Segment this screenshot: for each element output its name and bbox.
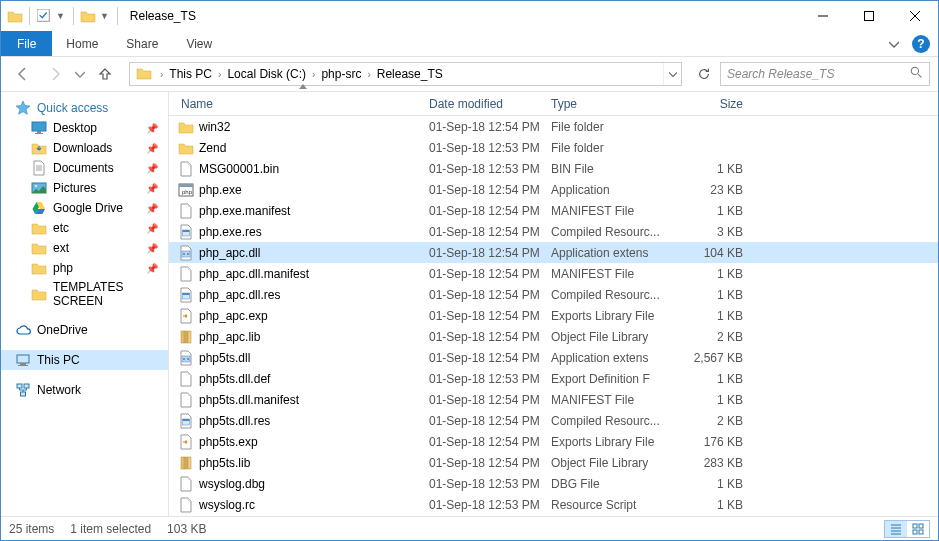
breadcrumb-item[interactable]: php-src <box>317 67 365 81</box>
file-type: Resource Script <box>551 498 673 512</box>
file-date: 01-Sep-18 12:54 PM <box>429 393 551 407</box>
pictures-icon <box>31 180 47 196</box>
close-button[interactable] <box>892 1 938 31</box>
breadcrumb-dropdown-icon[interactable] <box>663 63 681 85</box>
file-row[interactable]: win3201-Sep-18 12:54 PMFile folder <box>169 116 938 137</box>
qat-folder-dropdown-icon[interactable]: ▼ <box>98 11 111 21</box>
qat-dropdown-icon[interactable]: ▼ <box>54 11 67 21</box>
breadcrumb[interactable]: › This PC › Local Disk (C:) › php-src › … <box>129 62 682 86</box>
file-row[interactable]: php_apc.dll01-Sep-18 12:54 PMApplication… <box>169 242 938 263</box>
sidebar-item-google-drive[interactable]: Google Drive📌 <box>1 198 168 218</box>
file-name: win32 <box>199 120 429 134</box>
chevron-right-icon[interactable]: › <box>365 69 372 80</box>
file-row[interactable]: php_apc.lib01-Sep-18 12:54 PMObject File… <box>169 326 938 347</box>
file-size: 1 KB <box>673 162 743 176</box>
svg-rect-23 <box>865 12 874 21</box>
file-row[interactable]: php5ts.dll.res01-Sep-18 12:54 PMCompiled… <box>169 410 938 431</box>
res-icon <box>177 412 195 430</box>
sidebar-item-label: TEMPLATES SCREEN <box>53 280 162 308</box>
column-header-size[interactable]: Size <box>673 97 743 111</box>
file-name: Zend <box>199 141 429 155</box>
file-tab[interactable]: File <box>1 31 52 56</box>
maximize-button[interactable] <box>846 1 892 31</box>
file-date: 01-Sep-18 12:54 PM <box>429 225 551 239</box>
file-size: 1 KB <box>673 477 743 491</box>
column-header-type[interactable]: Type <box>551 97 673 111</box>
file-type: Compiled Resourc... <box>551 414 673 428</box>
file-date: 01-Sep-18 12:53 PM <box>429 372 551 386</box>
large-icons-view-button[interactable] <box>907 521 929 537</box>
sidebar-item-label: Desktop <box>53 121 97 135</box>
file-type: Exports Library File <box>551 309 673 323</box>
file-type: Compiled Resourc... <box>551 225 673 239</box>
ribbon-expand-icon[interactable] <box>880 31 908 56</box>
chevron-right-icon[interactable]: › <box>216 69 223 80</box>
minimize-button[interactable] <box>800 1 846 31</box>
sidebar-item-templates-screen[interactable]: TEMPLATES SCREEN <box>1 278 168 310</box>
view-toggle <box>884 520 930 538</box>
sidebar-item-pictures[interactable]: Pictures📌 <box>1 178 168 198</box>
sidebar-item-ext[interactable]: ext📌 <box>1 238 168 258</box>
tab-share[interactable]: Share <box>112 31 172 56</box>
file-row[interactable]: php5ts.dll.manifest01-Sep-18 12:54 PMMAN… <box>169 389 938 410</box>
file-date: 01-Sep-18 12:53 PM <box>429 477 551 491</box>
breadcrumb-item[interactable]: Release_TS <box>373 67 447 81</box>
file-row[interactable]: MSG00001.bin01-Sep-18 12:53 PMBIN File1 … <box>169 158 938 179</box>
sidebar-item-etc[interactable]: etc📌 <box>1 218 168 238</box>
file-row[interactable]: php.exe01-Sep-18 12:54 PMApplication23 K… <box>169 179 938 200</box>
file-row[interactable]: Zend01-Sep-18 12:53 PMFile folder <box>169 137 938 158</box>
sidebar-quick-access[interactable]: Quick access <box>1 98 168 118</box>
file-type: BIN File <box>551 162 673 176</box>
exp-icon <box>177 433 195 451</box>
file-row[interactable]: php5ts.dll.def01-Sep-18 12:53 PMExport D… <box>169 368 938 389</box>
svg-rect-25 <box>913 524 917 528</box>
chevron-right-icon[interactable]: › <box>310 69 317 80</box>
sidebar-this-pc[interactable]: This PC <box>1 350 168 370</box>
sidebar-onedrive[interactable]: OneDrive <box>1 320 168 340</box>
qat-properties-icon[interactable] <box>36 8 52 24</box>
qat-folder-icon[interactable] <box>80 8 96 24</box>
column-header-date[interactable]: Date modified <box>429 97 551 111</box>
sidebar-item-downloads[interactable]: Downloads📌 <box>1 138 168 158</box>
refresh-button[interactable] <box>692 62 716 86</box>
file-row[interactable]: php_apc.exp01-Sep-18 12:54 PMExports Lib… <box>169 305 938 326</box>
file-row[interactable]: php_apc.dll.manifest01-Sep-18 12:54 PMMA… <box>169 263 938 284</box>
column-header-name[interactable]: Name <box>177 97 429 111</box>
file-row[interactable]: php5ts.exp01-Sep-18 12:54 PMExports Libr… <box>169 431 938 452</box>
details-view-button[interactable] <box>885 521 907 537</box>
file-icon <box>177 391 195 409</box>
file-row[interactable]: php.exe.res01-Sep-18 12:54 PMCompiled Re… <box>169 221 938 242</box>
tab-view[interactable]: View <box>172 31 226 56</box>
file-row[interactable]: php.exe.manifest01-Sep-18 12:54 PMMANIFE… <box>169 200 938 221</box>
file-row[interactable]: php_apc.dll.res01-Sep-18 12:54 PMCompile… <box>169 284 938 305</box>
file-size: 176 KB <box>673 435 743 449</box>
search-icon[interactable] <box>910 66 923 82</box>
breadcrumb-item[interactable]: Local Disk (C:) <box>223 67 310 81</box>
sidebar-item-documents[interactable]: Documents📌 <box>1 158 168 178</box>
tab-home[interactable]: Home <box>52 31 112 56</box>
file-row[interactable]: wsyslog.dbg01-Sep-18 12:53 PMDBG File1 K… <box>169 473 938 494</box>
file-row[interactable]: wsyslog.rc01-Sep-18 12:53 PMResource Scr… <box>169 494 938 515</box>
file-date: 01-Sep-18 12:54 PM <box>429 267 551 281</box>
breadcrumb-item[interactable]: This PC <box>165 67 216 81</box>
search-box[interactable] <box>720 62 930 86</box>
back-button[interactable] <box>9 60 37 88</box>
help-button[interactable]: ? <box>912 35 930 53</box>
sidebar-item-desktop[interactable]: Desktop📌 <box>1 118 168 138</box>
file-rows: win3201-Sep-18 12:54 PMFile folderZend01… <box>169 116 938 516</box>
file-type: File folder <box>551 120 673 134</box>
up-button[interactable] <box>91 60 119 88</box>
file-size: 104 KB <box>673 246 743 260</box>
folder-icon <box>31 260 47 276</box>
file-type: File folder <box>551 141 673 155</box>
file-row[interactable]: php5ts.dll01-Sep-18 12:54 PMApplication … <box>169 347 938 368</box>
sidebar-network[interactable]: Network <box>1 380 168 400</box>
chevron-right-icon[interactable]: › <box>158 69 165 80</box>
file-row[interactable]: php5ts.lib01-Sep-18 12:54 PMObject File … <box>169 452 938 473</box>
search-input[interactable] <box>727 67 897 81</box>
sidebar-item-php[interactable]: php📌 <box>1 258 168 278</box>
forward-button[interactable] <box>41 60 69 88</box>
status-size: 103 KB <box>167 522 206 536</box>
recent-locations-button[interactable] <box>73 60 87 88</box>
file-icon <box>177 370 195 388</box>
